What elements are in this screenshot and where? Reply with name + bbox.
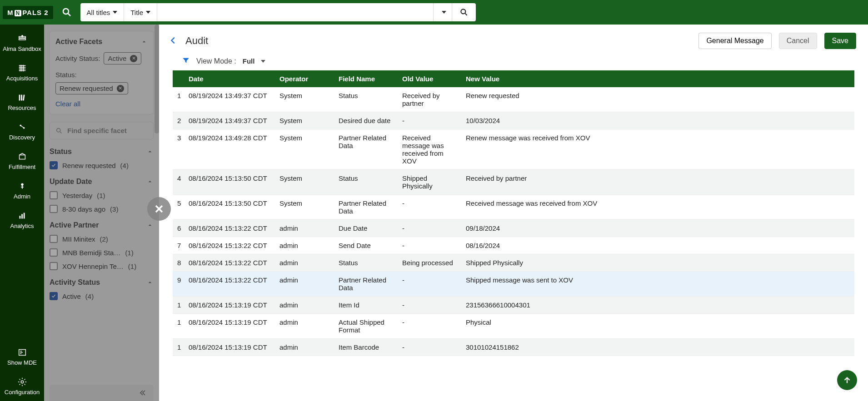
- table-row[interactable]: 708/16/2024 15:13:22 CDTadminSend Date-0…: [173, 237, 854, 254]
- nav-fulfillment[interactable]: Fulfillment: [0, 146, 44, 176]
- nav-label: Show MDE: [7, 359, 37, 366]
- cell-date: 08/19/2024 13:49:28 CDT: [184, 129, 275, 170]
- cell-old-value: -: [398, 112, 461, 129]
- search-bar: All titles Title: [80, 3, 476, 21]
- view-mode-dropdown[interactable]: Full: [243, 57, 266, 65]
- cell-new-value: 30101024151862: [461, 339, 854, 356]
- nav-resources[interactable]: Resources: [0, 87, 44, 117]
- nav-show-mde[interactable]: Show MDE: [0, 342, 44, 371]
- search-field-dropdown[interactable]: Title: [124, 3, 157, 21]
- nav-analytics[interactable]: Analytics: [0, 205, 44, 235]
- col-header-date[interactable]: Date: [184, 70, 275, 87]
- nav-alma-sandbox[interactable]: Alma Sandbox: [0, 28, 44, 58]
- table-row[interactable]: 108/19/2024 13:49:37 CDTSystemStatusRece…: [173, 87, 854, 112]
- cell-date: 08/16/2024 15:13:22 CDT: [184, 237, 275, 254]
- table-row[interactable]: 408/16/2024 15:13:50 CDTSystemStatusShip…: [173, 170, 854, 195]
- cell-date: 08/16/2024 15:13:22 CDT: [184, 220, 275, 237]
- page-title: Audit: [185, 35, 691, 47]
- cell-field-name: Due Date: [334, 220, 398, 237]
- table-row[interactable]: 908/16/2024 15:13:22 CDTadminPartner Rel…: [173, 272, 854, 297]
- audit-table-wrap: Date Operator Field Name Old Value New V…: [159, 70, 868, 401]
- table-row[interactable]: 108/16/2024 15:13:19 CDTadminItem Id-231…: [173, 297, 854, 314]
- table-row[interactable]: 108/16/2024 15:13:19 CDTadminItem Barcod…: [173, 339, 854, 356]
- cell-index: 2: [173, 112, 184, 129]
- nav-label: Discovery: [9, 134, 35, 141]
- general-message-button[interactable]: General Message: [698, 33, 771, 49]
- cancel-button[interactable]: Cancel: [779, 33, 817, 49]
- cell-index: 1: [173, 87, 184, 112]
- cell-new-value: 09/18/2024: [461, 220, 854, 237]
- persistent-search-icon[interactable]: [56, 3, 78, 21]
- main-panel: Audit General Message Cancel Save View M…: [159, 25, 868, 401]
- cell-old-value: -: [398, 314, 461, 339]
- nav-admin[interactable]: Admin: [0, 176, 44, 205]
- caret-down-icon: [261, 60, 265, 63]
- table-row[interactable]: 808/16/2024 15:13:22 CDTadminStatusBeing…: [173, 254, 854, 272]
- search-home-dropdown[interactable]: [433, 3, 452, 21]
- cell-index: 3: [173, 129, 184, 170]
- scroll-to-top-button[interactable]: [837, 370, 857, 390]
- svg-rect-9: [19, 155, 25, 159]
- cell-new-value: 10/03/2024: [461, 112, 854, 129]
- search-scope-dropdown[interactable]: All titles: [80, 3, 125, 21]
- search-submit-button[interactable]: [452, 3, 476, 21]
- back-button[interactable]: [168, 35, 178, 47]
- col-header-index: [173, 70, 184, 87]
- cell-index: 7: [173, 237, 184, 254]
- cell-field-name: Status: [334, 87, 398, 112]
- caret-down-icon: [442, 11, 446, 14]
- save-button[interactable]: Save: [824, 33, 856, 49]
- col-header-field-name[interactable]: Field Name: [334, 70, 398, 87]
- cell-old-value: Received message was received from XOV: [398, 129, 461, 170]
- svg-rect-11: [19, 216, 20, 218]
- svg-rect-3: [19, 39, 25, 40]
- cell-new-value: Shipped Physically: [461, 254, 854, 272]
- cell-new-value: Renew message was received from XOV: [461, 129, 854, 170]
- view-mode-label: View Mode :: [196, 57, 236, 65]
- nav-discovery[interactable]: Discovery: [0, 117, 44, 146]
- main-header: Audit General Message Cancel Save: [159, 25, 868, 54]
- nav-acquisitions[interactable]: Acquisitions: [0, 58, 44, 87]
- cell-date: 08/19/2024 13:49:37 CDT: [184, 112, 275, 129]
- nav-configuration[interactable]: Configuration: [0, 371, 44, 401]
- table-row[interactable]: 108/16/2024 15:13:19 CDTadminActual Ship…: [173, 314, 854, 339]
- cell-index: 5: [173, 195, 184, 220]
- cell-old-value: -: [398, 237, 461, 254]
- cell-field-name: Item Id: [334, 297, 398, 314]
- cell-operator: admin: [275, 254, 334, 272]
- cell-new-value: Shipped message was sent to XOV: [461, 272, 854, 297]
- cell-old-value: -: [398, 297, 461, 314]
- table-row[interactable]: 508/16/2024 15:13:50 CDTSystemPartner Re…: [173, 195, 854, 220]
- filter-icon[interactable]: [182, 56, 190, 66]
- col-header-new-value[interactable]: New Value: [461, 70, 854, 87]
- cell-field-name: Partner Related Data: [334, 129, 398, 170]
- cell-new-value: Received message was received from XOV: [461, 195, 854, 220]
- nav-label: Fulfillment: [9, 163, 35, 170]
- close-facet-overlay-button[interactable]: [147, 197, 171, 221]
- col-header-operator[interactable]: Operator: [275, 70, 334, 87]
- app-logo: MNPALS 2: [3, 6, 53, 19]
- cell-operator: admin: [275, 339, 334, 356]
- cell-old-value: -: [398, 272, 461, 297]
- cell-date: 08/16/2024 15:13:22 CDT: [184, 272, 275, 297]
- svg-rect-4: [19, 95, 20, 101]
- cell-operator: System: [275, 87, 334, 112]
- logo-suffix: PALS 2: [22, 9, 48, 16]
- search-input[interactable]: [157, 8, 433, 16]
- facet-overlay: [44, 25, 159, 401]
- col-header-old-value[interactable]: Old Value: [398, 70, 461, 87]
- logo-prefix: M: [7, 9, 14, 16]
- cell-date: 08/16/2024 15:13:50 CDT: [184, 195, 275, 220]
- table-row[interactable]: 208/19/2024 13:49:37 CDTSystemDesired du…: [173, 112, 854, 129]
- search-field-label: Title: [130, 9, 143, 16]
- cell-operator: System: [275, 129, 334, 170]
- svg-rect-5: [21, 95, 22, 101]
- table-body: 108/19/2024 13:49:37 CDTSystemStatusRece…: [173, 87, 854, 356]
- cell-date: 08/16/2024 15:13:19 CDT: [184, 297, 275, 314]
- table-row[interactable]: 608/16/2024 15:13:22 CDTadminDue Date-09…: [173, 220, 854, 237]
- svg-point-15: [21, 381, 24, 383]
- table-row[interactable]: 308/19/2024 13:49:28 CDTSystemPartner Re…: [173, 129, 854, 170]
- cell-new-value: 08/16/2024: [461, 237, 854, 254]
- svg-point-1: [461, 9, 465, 14]
- svg-point-10: [21, 183, 24, 186]
